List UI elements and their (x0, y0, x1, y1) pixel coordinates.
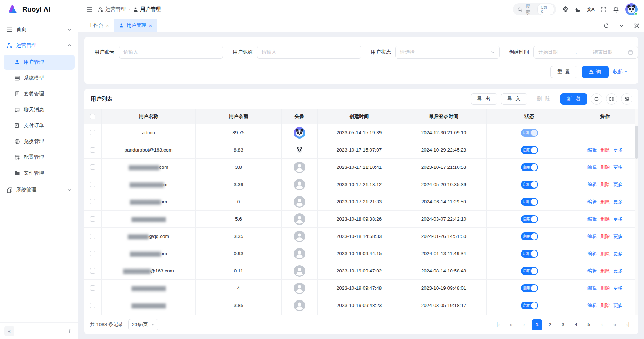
row-checkbox[interactable] (90, 164, 95, 170)
sidebar-item-system[interactable]: 系统管理 (0, 182, 78, 198)
collapse-filter-link[interactable]: 收起 (613, 69, 628, 75)
row-checkbox[interactable] (90, 199, 95, 204)
delete-link[interactable]: 删除 (600, 250, 610, 257)
jump-back-button[interactable]: « (506, 319, 517, 330)
row-checkbox[interactable] (90, 234, 95, 239)
edit-link[interactable]: 编辑 (587, 216, 597, 222)
more-link[interactable]: 更多 (613, 199, 623, 205)
nickname-input[interactable]: 请输入 (257, 46, 361, 59)
table-row[interactable]: ▇▇▇▇▇▇▇▇@163.com0.112023-10-19 09:47:022… (84, 262, 638, 280)
status-select[interactable]: 请选择 (395, 46, 500, 59)
edit-link[interactable]: 编辑 (587, 181, 597, 188)
breadcrumb-item-operations[interactable]: 运营管理 (98, 6, 126, 13)
delete-link[interactable]: 删除 (600, 285, 610, 291)
add-button[interactable]: 新 增 (560, 93, 587, 105)
edit-link[interactable]: 编辑 (587, 233, 597, 240)
status-toggle[interactable]: 启用 (521, 302, 538, 309)
app-logo[interactable]: Ruoyi AI (0, 0, 78, 19)
row-checkbox[interactable] (90, 130, 95, 135)
delete-link[interactable]: 删除 (600, 147, 610, 153)
delete-button[interactable]: 删 除 (531, 93, 557, 105)
delete-link[interactable]: 删除 (600, 181, 610, 188)
table-scrollbar-thumb[interactable] (635, 126, 638, 159)
more-link[interactable]: 更多 (613, 268, 623, 274)
table-row[interactable]: pandarobot@163.com8.832023-10-17 15:07:0… (84, 141, 638, 159)
close-icon[interactable]: × (149, 23, 152, 28)
more-link[interactable]: 更多 (613, 216, 623, 222)
first-page-button[interactable]: |‹ (493, 319, 504, 330)
row-checkbox[interactable] (90, 147, 95, 153)
account-input[interactable]: 请输入 (119, 46, 223, 59)
jump-forward-button[interactable]: » (609, 319, 620, 330)
refresh-table-button[interactable] (591, 93, 602, 105)
tab-menu-button[interactable] (614, 19, 629, 32)
sidebar-item-exchange-management[interactable]: 兑换管理 (4, 134, 75, 149)
last-page-button[interactable]: ›| (622, 319, 633, 330)
edit-link[interactable]: 编辑 (587, 285, 597, 291)
table-row[interactable]: ▇▇▇▇▇▇▇▇▇▇3.852023-10-19 09:48:232024-03… (84, 297, 638, 314)
more-link[interactable]: 更多 (613, 147, 623, 153)
sidebar-item-system-models[interactable]: 系统模型 (4, 71, 75, 86)
table-row[interactable]: ▇▇▇▇▇▇▇▇▇▇42023-10-19 09:47:482023-10-19… (84, 280, 638, 297)
more-link[interactable]: 更多 (613, 285, 623, 291)
table-row[interactable]: ▇▇▇▇▇▇▇▇▇om02023-10-17 21:21:332024-06-1… (84, 193, 638, 211)
more-link[interactable]: 更多 (613, 233, 623, 240)
delete-link[interactable]: 删除 (600, 302, 610, 309)
sidebar-item-file-management[interactable]: 文件管理 (4, 166, 75, 181)
edit-link[interactable]: 编辑 (587, 250, 597, 257)
sidebar-item-chat-messages[interactable]: 聊天消息 (4, 102, 75, 117)
date-range-picker[interactable]: 开始日期 → 结束日期 (533, 46, 638, 59)
close-icon[interactable]: × (106, 23, 109, 28)
sidebar-item-payment-orders[interactable]: 支付订单 (4, 118, 75, 133)
page-number-button[interactable]: 5 (584, 319, 594, 330)
col-header-status[interactable]: 状态 (487, 109, 572, 124)
col-header-avatar[interactable]: 头像 (282, 109, 318, 124)
sidebar-item-config-management[interactable]: 配置管理 (4, 150, 75, 165)
delete-link[interactable]: 删除 (600, 216, 610, 222)
select-all-checkbox[interactable] (90, 114, 95, 119)
page-number-button[interactable]: 3 (558, 319, 568, 330)
status-toggle[interactable]: 启用 (521, 129, 538, 137)
edit-link[interactable]: 编辑 (587, 199, 597, 205)
column-settings-button[interactable] (621, 93, 632, 105)
more-link[interactable]: 更多 (613, 181, 623, 188)
status-toggle[interactable]: 启用 (521, 232, 538, 240)
delete-link[interactable]: 删除 (600, 199, 610, 205)
table-row[interactable]: admin89.752023-05-14 15:19:392024-12-30 … (84, 124, 638, 141)
next-page-button[interactable]: › (596, 319, 607, 330)
delete-link[interactable]: 删除 (600, 164, 610, 171)
more-link[interactable]: 更多 (613, 250, 623, 257)
col-header-username[interactable]: 用户名称 (102, 109, 196, 124)
delete-link[interactable]: 删除 (600, 268, 610, 274)
global-search[interactable]: 搜索 Ctrl K (513, 3, 556, 15)
page-number-button[interactable]: 2 (545, 319, 555, 330)
dark-mode-moon-icon[interactable] (575, 6, 581, 13)
breadcrumb-item-users[interactable]: 用户管理 (133, 6, 161, 13)
table-row[interactable]: ▇▇▇▇▇▇▇▇▇▇5.62023-10-18 09:38:262024-03-… (84, 211, 638, 228)
tab-workbench[interactable]: 工作台 × (84, 19, 114, 32)
refresh-tab-button[interactable] (599, 19, 614, 32)
col-header-created[interactable]: 创建时间 (318, 109, 401, 124)
row-checkbox[interactable] (90, 251, 95, 256)
maximize-content-button[interactable] (629, 19, 644, 32)
fullscreen-table-button[interactable] (606, 93, 617, 105)
edit-link[interactable]: 编辑 (587, 302, 597, 309)
reset-button[interactable]: 重 置 (550, 66, 577, 78)
hamburger-menu-icon[interactable] (86, 6, 93, 13)
page-number-button[interactable]: 4 (571, 319, 581, 330)
user-avatar[interactable] (625, 3, 638, 15)
table-row[interactable]: ▇▇▇▇▇▇@qq.com3.352023-10-18 14:58:332024… (84, 228, 638, 245)
table-row[interactable]: ▇▇▇▇▇▇▇▇▇com3.82023-10-17 21:10:412023-1… (84, 159, 638, 176)
page-number-button[interactable]: 1 (532, 319, 542, 330)
edit-link[interactable]: 编辑 (587, 164, 597, 171)
status-toggle[interactable]: 启用 (521, 181, 538, 189)
page-size-select[interactable]: 20条/页 (128, 319, 158, 330)
table-scrollbar[interactable] (635, 109, 638, 315)
fullscreen-icon[interactable] (600, 6, 607, 13)
tab-user-management[interactable]: 用户管理 × (114, 19, 157, 32)
sidebar-item-user-management[interactable]: 用户管理 (4, 55, 75, 70)
col-header-ops[interactable]: 操作 (572, 109, 638, 124)
row-checkbox[interactable] (90, 303, 95, 308)
col-header-balance[interactable]: 用户余额 (196, 109, 282, 124)
edit-link[interactable]: 编辑 (587, 268, 597, 274)
